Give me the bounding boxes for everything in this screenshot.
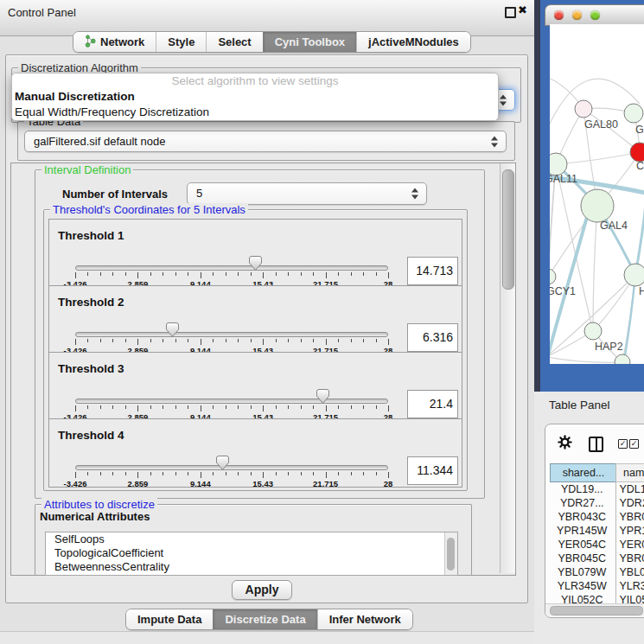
network-node-gal4[interactable]: [581, 189, 614, 222]
table-row[interactable]: YBL079WYBL079W: [550, 565, 644, 579]
tab-jactivemnodules[interactable]: jActiveMNodules: [356, 32, 470, 52]
tab-discretize-data[interactable]: Discretize Data: [213, 609, 316, 629]
number-of-intervals-combobox[interactable]: 5: [187, 182, 427, 205]
tab-cyni-toolbox[interactable]: Cyni Toolbox: [263, 32, 356, 52]
attributes-scrollbar-track[interactable]: [444, 532, 457, 575]
threshold-value-field-4[interactable]: 11.344: [407, 456, 458, 485]
attribute-item-topologicalcoefficient[interactable]: TopologicalCoefficient: [46, 546, 457, 560]
threshold-value-field-1[interactable]: 14.713: [407, 257, 458, 285]
threshold-slider-1[interactable]: -3.4262.8599.14415.4321.71528: [75, 220, 388, 287]
table-row[interactable]: YDR27...YDR27...: [550, 496, 644, 510]
table-row[interactable]: YDL19...YDL19...: [550, 482, 644, 496]
cell-name[interactable]: YDL19...: [614, 482, 644, 496]
tab-infer-network[interactable]: Infer Network: [317, 609, 412, 629]
slider-track[interactable]: [75, 265, 388, 271]
slider-thumb[interactable]: [316, 389, 329, 407]
table-panel-title: Table Panel: [549, 399, 610, 411]
split-columns-icon[interactable]: [589, 437, 603, 452]
cell-shared-name[interactable]: YDL19...: [550, 482, 614, 496]
cell-shared-name[interactable]: YBR045C: [550, 552, 614, 565]
cell-shared-name[interactable]: YDR27...: [550, 496, 614, 510]
threshold-value-field-2[interactable]: 6.316: [407, 323, 458, 352]
cell-name[interactable]: YPR145W: [614, 524, 644, 538]
network-node[interactable]: [615, 354, 630, 364]
table-row[interactable]: YBR043CYBR043C: [550, 510, 644, 524]
network-node-h[interactable]: [624, 264, 644, 286]
threshold-panel-1: Threshold 1-3.4262.8599.14415.4321.71528…: [48, 219, 462, 288]
cell-shared-name[interactable]: YBL079W: [550, 565, 614, 579]
slider-thumb[interactable]: [216, 456, 229, 474]
cell-shared-name[interactable]: YBR043C: [550, 510, 614, 524]
main-scrollbar-thumb[interactable]: [502, 169, 514, 290]
float-window-icon[interactable]: [505, 7, 516, 18]
table-rows: YDL19...YDL19...YDR27...YDR27...YBR043CY…: [550, 482, 644, 607]
apply-button[interactable]: Apply: [232, 580, 292, 600]
cell-shared-name[interactable]: YER054C: [550, 538, 614, 552]
bottom-divider: [0, 631, 534, 644]
cell-name[interactable]: YBR045C: [614, 552, 644, 565]
tab-select[interactable]: Select: [206, 32, 262, 52]
close-icon[interactable]: ✖: [518, 3, 527, 16]
application-window: Control Panel ✖ NetworkStyleSelectCyni T…: [0, 0, 644, 644]
numerical-attributes-list[interactable]: SelfLoopsTopologicalCoefficientBetweenne…: [45, 532, 458, 576]
cell-name[interactable]: YBL079W: [614, 565, 644, 579]
table-data-combobox[interactable]: galFiltered.sif default node: [24, 131, 507, 152]
select-all-columns-icon[interactable]: ✓: [618, 439, 628, 449]
cell-name[interactable]: YLR345W: [614, 579, 644, 593]
cell-name[interactable]: YER054C: [614, 538, 644, 552]
select-all-columns-icon-2[interactable]: ✓: [629, 439, 639, 449]
slider-thumb[interactable]: [249, 256, 262, 274]
cell-shared-name[interactable]: YLR345W: [550, 579, 614, 593]
network-edge-highlighted[interactable]: [624, 275, 635, 361]
threshold-slider-4[interactable]: -3.4262.8599.14415.4321.71528: [75, 419, 388, 487]
network-node-hap2[interactable]: [584, 322, 602, 340]
minimize-light[interactable]: [572, 10, 582, 20]
attribute-item-betweennesscentrality[interactable]: BetweennessCentrality: [46, 560, 457, 574]
column-header-shared-name[interactable]: shared...: [550, 463, 617, 482]
network-node-gcy1[interactable]: [550, 269, 556, 284]
table-row[interactable]: YLR345WYLR345W: [550, 579, 644, 593]
zoom-light[interactable]: [590, 10, 600, 20]
threshold-value-field-3[interactable]: 21.4: [407, 390, 458, 418]
table-panel: Table Panel ✓ ✓ shared... name YDL: [534, 392, 644, 644]
table-hscrollbar-thumb[interactable]: [550, 606, 643, 615]
threshold-slider-2[interactable]: -3.4262.8599.14415.4321.71528: [75, 286, 388, 354]
slider-track[interactable]: [75, 399, 388, 404]
slider-track[interactable]: [75, 465, 388, 470]
slider-tick-labels: -3.4262.8599.14415.4321.71528: [75, 479, 388, 488]
network-node-label: H: [639, 285, 644, 297]
table-row[interactable]: YER054CYER054C: [550, 538, 644, 552]
threshold-slider-3[interactable]: -3.4262.8599.14415.4321.71528: [75, 353, 388, 420]
cell-name[interactable]: YDR27...: [614, 496, 644, 510]
gear-icon[interactable]: [558, 435, 572, 450]
table-row[interactable]: YPR145WYPR145W: [550, 524, 644, 538]
attribute-item-selfloops[interactable]: SelfLoops: [46, 532, 457, 546]
column-header-name[interactable]: name: [616, 463, 644, 482]
popup-item-manual-discretization[interactable]: Manual Discretization: [12, 89, 498, 105]
slider-track[interactable]: [75, 332, 388, 337]
network-node-gal80[interactable]: [575, 100, 592, 118]
network-view-window[interactable]: GAL80GACGAL11GAL4GCY1HHAP2: [534, 0, 644, 392]
popup-item-equal-width-frequency-discretization[interactable]: Equal Width/Frequency Discretization: [12, 105, 498, 120]
network-node-label: GAL80: [584, 118, 618, 131]
network-node-ga[interactable]: [624, 104, 643, 123]
network-edge[interactable]: [550, 357, 622, 362]
top-tabstrip: NetworkStyleSelectCyni ToolboxjActiveMNo…: [73, 31, 471, 53]
attributes-scrollbar-thumb[interactable]: [447, 538, 455, 571]
tab-style[interactable]: Style: [156, 32, 206, 52]
cell-name[interactable]: YBR043C: [614, 510, 644, 524]
table-row[interactable]: YBR045CYBR045C: [550, 552, 644, 565]
tab-label: Infer Network: [329, 613, 401, 626]
network-window-titlebar[interactable]: [545, 4, 644, 26]
slider-thumb[interactable]: [166, 322, 179, 341]
table-hscrollbar-track[interactable]: [545, 603, 644, 616]
network-edge[interactable]: [556, 152, 640, 164]
tab-network[interactable]: Network: [73, 32, 156, 52]
tab-label: Style: [168, 35, 194, 48]
close-light[interactable]: [554, 10, 564, 20]
main-scrollbar-track[interactable]: [500, 163, 515, 573]
number-of-intervals-value: 5: [196, 187, 202, 200]
tab-impute-data[interactable]: Impute Data: [126, 609, 213, 629]
cell-shared-name[interactable]: YPR145W: [550, 524, 614, 538]
network-canvas[interactable]: GAL80GACGAL11GAL4GCY1HHAP2: [550, 24, 644, 364]
